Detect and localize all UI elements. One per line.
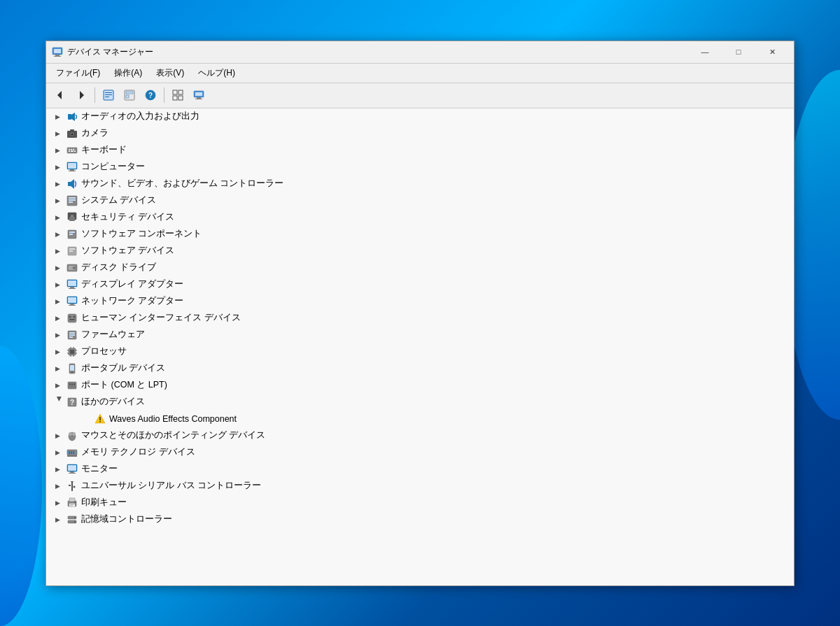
svg-rect-72 — [69, 332, 75, 334]
svg-rect-113 — [69, 485, 71, 486]
svg-rect-18 — [178, 96, 183, 100]
tree-item-portable[interactable]: ▶ ポータブル デバイス — [46, 360, 794, 377]
tree-item-storage[interactable]: ▶ 記憶域コントローラー — [46, 511, 794, 528]
desktop: デバイス マネージャー — □ ✕ ファイル(F) 操作(A) 表示(V) ヘル… — [0, 0, 840, 626]
disk-icon — [66, 262, 78, 274]
tree-item-print[interactable]: ▶ 印刷キュー — [46, 495, 794, 511]
camera-label: カメラ — [81, 127, 108, 139]
toolbar-device-list[interactable] — [99, 85, 118, 105]
monitor-icon — [66, 463, 78, 476]
tree-item-computer[interactable]: ▶ コンピューター — [46, 159, 794, 176]
svg-rect-101 — [72, 432, 76, 436]
port-label: ポート (COM と LPT) — [81, 379, 167, 391]
svg-rect-106 — [67, 455, 77, 457]
camera-icon — [66, 127, 78, 140]
tree-item-other[interactable]: ▶ ? ほかのデバイス — [46, 394, 794, 411]
chevron-keyboard: ▶ — [52, 145, 63, 156]
tree-item-camera[interactable]: ▶ カメラ — [46, 125, 794, 142]
svg-rect-66 — [69, 305, 76, 306]
svg-rect-64 — [68, 297, 76, 303]
hid-icon — [66, 312, 78, 325]
close-button[interactable]: ✕ — [756, 41, 788, 63]
tree-item-software-dev[interactable]: ▶ ソフトウェア デバイス — [46, 243, 794, 259]
tree-item-waves[interactable]: ▶ Waves Audio Effects Component — [46, 411, 794, 427]
svg-rect-51 — [69, 234, 73, 235]
monitor-label: モニター — [81, 463, 118, 475]
portable-label: ポータブル デバイス — [81, 362, 165, 374]
menu-action[interactable]: 操作(A) — [107, 64, 149, 82]
svg-rect-23 — [68, 114, 71, 120]
chevron-memory: ▶ — [52, 447, 63, 458]
svg-rect-118 — [70, 504, 74, 505]
chevron-other: ▶ — [52, 397, 63, 408]
toolbar-sep1 — [94, 87, 95, 103]
tree-item-disk[interactable]: ▶ ディスク ドライブ — [46, 259, 794, 276]
svg-rect-86 — [70, 365, 74, 371]
tree-item-network[interactable]: ▶ ネットワーク アダプター — [46, 293, 794, 310]
svg-rect-22 — [195, 99, 202, 99]
minimize-button[interactable]: — — [689, 41, 721, 63]
menu-view[interactable]: 表示(V) — [149, 64, 191, 82]
chevron-disk: ▶ — [52, 262, 63, 273]
tree-item-firmware[interactable]: ▶ ファームウェア — [46, 327, 794, 343]
tree-item-processor[interactable]: ▶ プロセッサ — [46, 343, 794, 360]
tree-item-usb[interactable]: ▶ ユニバーサル シリアル バス コントローラー — [46, 478, 794, 495]
maximize-button[interactable]: □ — [722, 41, 755, 63]
portable-icon — [66, 362, 78, 375]
toolbar-back[interactable] — [50, 85, 70, 105]
svg-rect-28 — [70, 129, 74, 131]
chevron-hid: ▶ — [52, 313, 63, 324]
memory-icon — [66, 446, 78, 459]
security-label: セキュリティ デバイス — [81, 211, 174, 223]
svg-rect-1 — [54, 49, 61, 53]
tree-item-sound[interactable]: ▶ サウンド、ビデオ、およびゲーム コントローラー — [46, 176, 794, 192]
svg-rect-29 — [67, 148, 77, 153]
svg-rect-60 — [68, 280, 76, 286]
menu-file[interactable]: ファイル(F) — [49, 64, 107, 82]
tree-item-security[interactable]: ▶ セキュリティ デバイス — [46, 209, 794, 226]
tree-item-hid[interactable]: ▶ ヒューマン インターフェイス デバイス — [46, 310, 794, 327]
mouse-label: マウスとそのほかのポインティング デバイス — [81, 429, 265, 441]
svg-rect-73 — [69, 334, 75, 336]
svg-rect-70 — [69, 319, 75, 320]
svg-rect-105 — [73, 451, 74, 454]
svg-rect-43 — [69, 197, 76, 199]
svg-rect-67 — [68, 314, 76, 322]
tree-item-port[interactable]: ▶ ポート (COM と LPT) — [46, 377, 794, 394]
chevron-network: ▶ — [52, 296, 63, 307]
bottom-padding — [46, 528, 794, 542]
tree-item-mouse[interactable]: ▶ マウスとそのほかのポインティング デバイス — [46, 427, 794, 444]
chevron-computer: ▶ — [52, 162, 63, 173]
tree-item-keyboard[interactable]: ▶ キーボード — [46, 142, 794, 159]
svg-rect-97 — [99, 421, 101, 422]
svg-marker-5 — [80, 91, 84, 99]
tree-item-memory[interactable]: ▶ メモリ テクノロジ デバイス — [46, 444, 794, 461]
toolbar-view-grid[interactable] — [168, 85, 188, 105]
tree-item-system[interactable]: ▶ システム デバイス — [46, 192, 794, 209]
window-title: デバイス マネージャー — [67, 46, 689, 58]
processor-icon — [66, 346, 78, 358]
tree-item-software-comp[interactable]: ▶ ソフトウェア コンポーネント — [46, 226, 794, 243]
device-tree[interactable]: ▶ オーディオの入力および出力 ▶ — [46, 108, 794, 585]
svg-rect-9 — [105, 97, 109, 97]
software-comp-label: ソフトウェア コンポーネント — [81, 228, 202, 240]
svg-rect-76 — [70, 350, 74, 354]
svg-rect-74 — [69, 336, 73, 338]
toolbar-forward[interactable] — [71, 85, 91, 105]
chevron-processor: ▶ — [52, 346, 63, 357]
toolbar-properties[interactable] — [120, 85, 139, 105]
svg-rect-116 — [69, 498, 75, 501]
toolbar-computer[interactable] — [189, 85, 209, 105]
tree-item-display[interactable]: ▶ ディスプレイ アダプター — [46, 276, 794, 293]
print-label: 印刷キュー — [81, 497, 127, 508]
svg-point-114 — [74, 485, 76, 488]
security-icon — [66, 211, 78, 224]
menu-help[interactable]: ヘルプ(H) — [191, 64, 242, 82]
tree-item-monitor[interactable]: ▶ モニター — [46, 461, 794, 478]
svg-rect-91 — [74, 383, 75, 385]
toolbar-help[interactable]: ? — [141, 85, 160, 105]
svg-rect-104 — [71, 451, 72, 454]
tree-item-audio[interactable]: ▶ オーディオの入力および出力 — [46, 108, 794, 125]
svg-rect-108 — [68, 465, 76, 471]
svg-rect-54 — [69, 250, 73, 252]
